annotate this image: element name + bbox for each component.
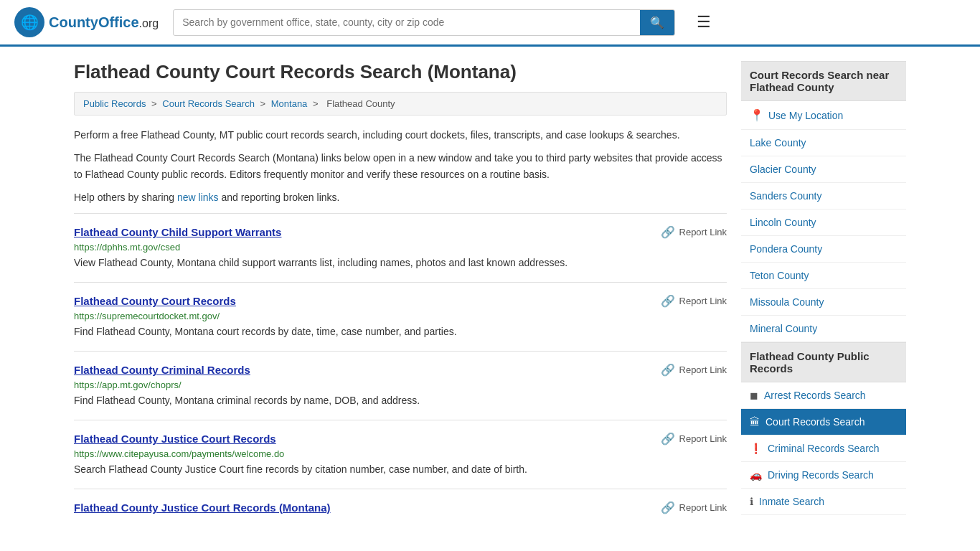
sidebar-pr-item[interactable]: 🚗 Driving Records Search bbox=[741, 462, 906, 489]
pr-link[interactable]: 🏛 Court Records Search bbox=[741, 409, 906, 435]
record-header: Flathead County Child Support Warrants 🔗… bbox=[74, 225, 727, 239]
page-container: Flathead County Court Records Search (Mo… bbox=[60, 47, 920, 543]
record-title[interactable]: Flathead County Criminal Records bbox=[74, 364, 250, 376]
public-records-header: Flathead County Public Records bbox=[741, 342, 906, 382]
pr-label: Arrest Records Search bbox=[764, 390, 866, 401]
record-desc: Search Flathead County Justice Court fin… bbox=[74, 462, 727, 477]
breadcrumb: Public Records > Court Records Search > … bbox=[74, 92, 727, 116]
sidebar: Court Records Search near Flathead Count… bbox=[741, 61, 906, 529]
report-label: Report Link bbox=[679, 296, 727, 306]
sidebar-pr-item[interactable]: ❗ Criminal Records Search bbox=[741, 435, 906, 462]
pr-icon: 🏛 bbox=[750, 416, 760, 428]
record-desc: Find Flathead County, Montana court reco… bbox=[74, 324, 727, 339]
logo-area: 🌐 CountyOffice.org bbox=[14, 7, 159, 37]
report-label: Report Link bbox=[679, 502, 727, 513]
record-header: Flathead County Justice Court Records (M… bbox=[74, 501, 727, 514]
record-title[interactable]: Flathead County Court Records bbox=[74, 295, 236, 307]
report-icon: 🔗 bbox=[661, 432, 675, 446]
site-header: 🌐 CountyOffice.org 🔍 ☰ bbox=[0, 0, 980, 47]
nearby-section-header: Court Records Search near Flathead Count… bbox=[741, 61, 906, 101]
use-location-label: Use My Location bbox=[768, 110, 843, 121]
pr-icon: 🚗 bbox=[750, 469, 762, 481]
county-link[interactable]: Lincoln County bbox=[741, 209, 906, 235]
report-link[interactable]: 🔗 Report Link bbox=[661, 363, 727, 377]
logo-text: CountyOffice.org bbox=[49, 14, 159, 31]
pr-icon: ❗ bbox=[750, 443, 762, 454]
menu-button[interactable]: ☰ bbox=[697, 13, 711, 32]
record-title[interactable]: Flathead County Justice Court Records bbox=[74, 433, 276, 445]
record-title[interactable]: Flathead County Child Support Warrants bbox=[74, 226, 281, 238]
sidebar-pr-item[interactable]: ℹ Inmate Search bbox=[741, 489, 906, 515]
page-title: Flathead County Court Records Search (Mo… bbox=[74, 61, 727, 83]
sidebar-county-item[interactable]: Pondera County bbox=[741, 236, 906, 263]
breadcrumb-public-records[interactable]: Public Records bbox=[83, 98, 146, 109]
record-url: https://dphhs.mt.gov/csed bbox=[74, 242, 727, 253]
county-list: Lake CountyGlacier CountySanders CountyL… bbox=[741, 130, 906, 342]
report-label: Report Link bbox=[679, 227, 727, 237]
use-my-location[interactable]: 📍 Use My Location bbox=[741, 101, 906, 130]
record-entry: Flathead County Court Records 🔗 Report L… bbox=[74, 282, 727, 351]
record-entry: Flathead County Child Support Warrants 🔗… bbox=[74, 213, 727, 282]
report-icon: 🔗 bbox=[661, 294, 675, 308]
sidebar-county-item[interactable]: Lincoln County bbox=[741, 209, 906, 236]
pr-icon: ℹ bbox=[750, 496, 753, 507]
records-container: Flathead County Child Support Warrants 🔗… bbox=[74, 213, 727, 529]
public-records-list: ◼ Arrest Records Search 🏛 Court Records … bbox=[741, 382, 906, 515]
record-header: Flathead County Criminal Records 🔗 Repor… bbox=[74, 363, 727, 377]
public-records-section: Flathead County Public Records ◼ Arrest … bbox=[741, 342, 906, 515]
county-link[interactable]: Glacier County bbox=[741, 156, 906, 182]
county-link[interactable]: Pondera County bbox=[741, 236, 906, 262]
county-link[interactable]: Missoula County bbox=[741, 289, 906, 315]
record-entry: Flathead County Criminal Records 🔗 Repor… bbox=[74, 351, 727, 420]
pr-label: Court Records Search bbox=[765, 416, 865, 428]
search-button[interactable]: 🔍 bbox=[640, 10, 674, 35]
report-icon: 🔗 bbox=[661, 225, 675, 239]
report-link[interactable]: 🔗 Report Link bbox=[661, 501, 727, 514]
report-link[interactable]: 🔗 Report Link bbox=[661, 225, 727, 239]
sidebar-county-item[interactable]: Glacier County bbox=[741, 156, 906, 183]
pr-label: Driving Records Search bbox=[768, 469, 874, 481]
logo-icon: 🌐 bbox=[14, 7, 44, 37]
pr-label: Criminal Records Search bbox=[768, 443, 880, 454]
breadcrumb-court-records[interactable]: Court Records Search bbox=[162, 98, 255, 109]
pr-link[interactable]: ❗ Criminal Records Search bbox=[741, 435, 906, 461]
report-icon: 🔗 bbox=[661, 501, 675, 514]
record-url: https://supremecourtdocket.mt.gov/ bbox=[74, 311, 727, 321]
record-title[interactable]: Flathead County Justice Court Records (M… bbox=[74, 501, 331, 514]
search-input[interactable] bbox=[174, 11, 640, 34]
new-links-link[interactable]: new links bbox=[177, 192, 219, 203]
county-link[interactable]: Lake County bbox=[741, 130, 906, 156]
sidebar-county-item[interactable]: Lake County bbox=[741, 130, 906, 156]
sidebar-county-item[interactable]: Teton County bbox=[741, 263, 906, 289]
pr-link[interactable]: ℹ Inmate Search bbox=[741, 489, 906, 514]
report-link[interactable]: 🔗 Report Link bbox=[661, 294, 727, 308]
sidebar-county-item[interactable]: Sanders County bbox=[741, 183, 906, 209]
location-icon: 📍 bbox=[750, 108, 764, 122]
pr-link[interactable]: ◼ Arrest Records Search bbox=[741, 382, 906, 408]
county-link[interactable]: Mineral County bbox=[741, 316, 906, 342]
sidebar-county-item[interactable]: Missoula County bbox=[741, 289, 906, 316]
record-url: https://www.citepayusa.com/payments/welc… bbox=[74, 448, 727, 459]
record-url: https://app.mt.gov/choprs/ bbox=[74, 380, 727, 390]
report-label: Report Link bbox=[679, 433, 727, 444]
county-link[interactable]: Teton County bbox=[741, 263, 906, 288]
pr-icon: ◼ bbox=[750, 390, 758, 401]
record-desc: Find Flathead County, Montana criminal r… bbox=[74, 393, 727, 408]
report-icon: 🔗 bbox=[661, 363, 675, 377]
description-para-2: The Flathead County Court Records Search… bbox=[74, 150, 727, 182]
breadcrumb-montana[interactable]: Montana bbox=[271, 98, 308, 109]
pr-link[interactable]: 🚗 Driving Records Search bbox=[741, 462, 906, 488]
pr-label: Inmate Search bbox=[759, 496, 824, 507]
record-entry: Flathead County Justice Court Records (M… bbox=[74, 489, 727, 529]
record-desc: View Flathead County, Montana child supp… bbox=[74, 255, 727, 270]
breadcrumb-current: Flathead County bbox=[326, 98, 395, 109]
sidebar-pr-item[interactable]: 🏛 Court Records Search bbox=[741, 409, 906, 435]
report-link[interactable]: 🔗 Report Link bbox=[661, 432, 727, 446]
county-link[interactable]: Sanders County bbox=[741, 183, 906, 209]
description-area: Perform a free Flathead County, MT publi… bbox=[74, 127, 727, 206]
sidebar-pr-item[interactable]: ◼ Arrest Records Search bbox=[741, 382, 906, 409]
record-entry: Flathead County Justice Court Records 🔗 … bbox=[74, 420, 727, 489]
search-bar: 🔍 bbox=[173, 9, 675, 36]
description-para-3: Help others by sharing new links and rep… bbox=[74, 189, 727, 205]
sidebar-county-item[interactable]: Mineral County bbox=[741, 316, 906, 342]
